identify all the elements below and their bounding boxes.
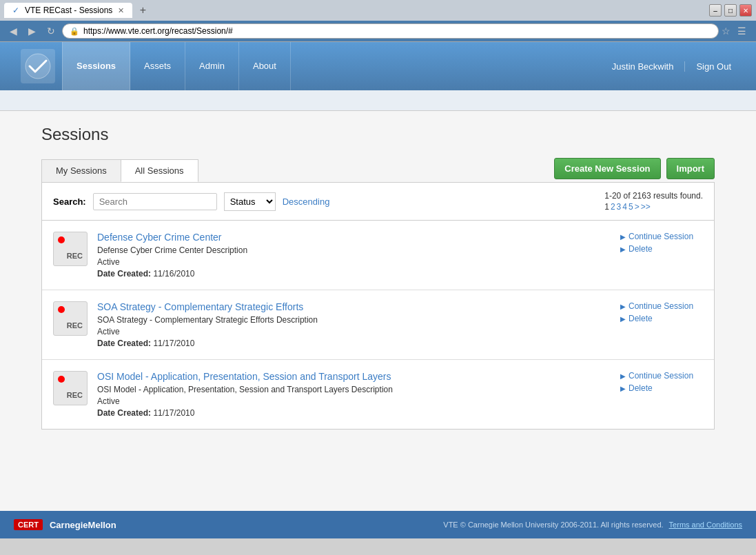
tab-close-button[interactable]: ✕ xyxy=(118,6,124,15)
rec-dot xyxy=(58,236,65,243)
search-label: Search: xyxy=(53,196,86,207)
tabs-row: My Sessions All Sessions Create New Sess… xyxy=(41,158,715,182)
page-4-link[interactable]: 4 xyxy=(622,202,627,212)
date-label-3: Date Created: xyxy=(97,408,151,418)
date-value-2: 11/17/2010 xyxy=(153,339,194,348)
menu-button[interactable]: ☰ xyxy=(733,24,750,38)
date-label-2: Date Created: xyxy=(97,339,151,348)
date-value-1: 11/16/2010 xyxy=(153,269,194,279)
page-next-link[interactable]: > xyxy=(635,202,640,212)
session-item: REC OSI Model - Application, Presentatio… xyxy=(42,360,714,429)
signout-link[interactable]: Sign Out xyxy=(685,61,742,72)
search-area: Search: Status Active Inactive Descendin… xyxy=(41,182,715,221)
address-bar[interactable]: 🔒 xyxy=(62,23,719,39)
session-item: REC Defense Cyber Crime Center Defense C… xyxy=(42,221,714,290)
sort-link[interactable]: Descending xyxy=(283,196,330,207)
rec-dot xyxy=(58,376,65,383)
minimize-button[interactable]: – xyxy=(709,4,722,17)
nav-sessions[interactable]: Sessions xyxy=(62,42,130,90)
session-info-3: OSI Model - Application, Presentation, S… xyxy=(97,371,611,418)
page-title: Sessions xyxy=(41,125,715,144)
lock-icon: 🔒 xyxy=(70,27,79,36)
logo-svg xyxy=(24,52,52,80)
session-info-1: Defense Cyber Crime Center Defense Cyber… xyxy=(97,232,611,279)
terms-link[interactable]: Terms and Conditions xyxy=(669,521,742,529)
rec-text: REC xyxy=(67,321,83,330)
pagination: 1 2 3 4 5 > >> xyxy=(604,202,703,212)
arrow-icon: ▶ xyxy=(620,315,626,323)
main-content: Sessions My Sessions All Sessions Create… xyxy=(0,111,756,511)
status-select[interactable]: Status Active Inactive xyxy=(224,192,276,211)
maximize-button[interactable]: □ xyxy=(724,4,737,17)
carnegie-text: CarnegieMellon xyxy=(50,520,116,530)
nav-assets[interactable]: Assets xyxy=(130,42,185,90)
arrow-icon: ▶ xyxy=(620,245,626,253)
session-desc-1: Defense Cyber Crime Center Description xyxy=(97,245,611,255)
continue-session-2[interactable]: ▶ Continue Session xyxy=(620,301,703,311)
import-button[interactable]: Import xyxy=(666,158,715,179)
session-title-1[interactable]: Defense Cyber Crime Center xyxy=(97,232,611,243)
footer: CERT CarnegieMellon VTE © Carnegie Mello… xyxy=(0,511,756,538)
new-tab-button[interactable]: + xyxy=(135,3,150,18)
tab-actions: Create New Session Import xyxy=(554,158,715,179)
tab-all-sessions[interactable]: All Sessions xyxy=(121,159,198,182)
session-title-2[interactable]: SOA Strategy - Complementary Strategic E… xyxy=(97,301,611,312)
date-label-1: Date Created: xyxy=(97,269,151,279)
create-session-button[interactable]: Create New Session xyxy=(554,158,660,179)
arrow-icon: ▶ xyxy=(620,233,626,241)
page-5-link[interactable]: 5 xyxy=(629,202,633,212)
session-desc-2: SOA Strategy - Complementary Strategic E… xyxy=(97,315,611,325)
session-actions-2: ▶ Continue Session ▶ Delete xyxy=(620,301,703,323)
results-info: 1-20 of 2163 results found. 1 2 3 4 5 > … xyxy=(604,191,703,212)
main-nav: Sessions Assets Admin About xyxy=(62,42,291,90)
sub-header xyxy=(0,90,756,111)
delete-session-1[interactable]: ▶ Delete xyxy=(620,244,703,254)
session-status-3: Active xyxy=(97,396,611,406)
session-desc-3: OSI Model - Application, Presentation, S… xyxy=(97,385,611,394)
rec-icon-3: REC xyxy=(53,371,88,405)
header-right: Justin Beckwith Sign Out xyxy=(601,61,742,72)
continue-session-3[interactable]: ▶ Continue Session xyxy=(620,371,703,381)
rec-text: REC xyxy=(67,252,83,260)
user-name: Justin Beckwith xyxy=(601,61,686,72)
footer-right: VTE © Carnegie Mellon University 2006-20… xyxy=(443,521,742,529)
session-status-1: Active xyxy=(97,257,611,267)
tab-my-sessions[interactable]: My Sessions xyxy=(41,159,121,182)
page-last-link[interactable]: >> xyxy=(641,202,651,212)
address-input[interactable] xyxy=(83,26,711,36)
back-button[interactable]: ◀ xyxy=(6,24,21,38)
nav-admin[interactable]: Admin xyxy=(185,42,239,90)
search-input[interactable] xyxy=(93,193,217,210)
page-3-link[interactable]: 3 xyxy=(617,202,622,212)
continue-session-1[interactable]: ▶ Continue Session xyxy=(620,232,703,241)
session-date-2: Date Created: 11/17/2010 xyxy=(97,339,611,348)
delete-session-3[interactable]: ▶ Delete xyxy=(620,383,703,393)
cert-logo: CERT xyxy=(14,519,43,530)
browser-tab[interactable]: ✓ VTE RECast - Sessions ✕ xyxy=(4,3,132,18)
sessions-list: REC Defense Cyber Crime Center Defense C… xyxy=(41,221,715,430)
delete-session-2[interactable]: ▶ Delete xyxy=(620,314,703,323)
arrow-icon: ▶ xyxy=(620,385,626,392)
page-1: 1 xyxy=(604,202,609,212)
rec-icon-2: REC xyxy=(53,301,88,336)
session-title-3[interactable]: OSI Model - Application, Presentation, S… xyxy=(97,371,611,382)
close-button[interactable]: ✕ xyxy=(739,4,752,17)
tab-favicon: ✓ xyxy=(12,6,19,15)
logo xyxy=(14,46,62,87)
bookmark-button[interactable]: ☆ xyxy=(722,26,731,37)
forward-button[interactable]: ▶ xyxy=(24,24,40,38)
session-date-3: Date Created: 11/17/2010 xyxy=(97,408,611,418)
results-count: 1-20 of 2163 results found. xyxy=(604,191,703,201)
session-date-1: Date Created: 11/16/2010 xyxy=(97,269,611,279)
nav-about[interactable]: About xyxy=(239,42,291,90)
session-status-2: Active xyxy=(97,327,611,336)
app-header: Sessions Assets Admin About Justin Beckw… xyxy=(0,42,756,90)
copyright-text: VTE © Carnegie Mellon University 2006-20… xyxy=(443,521,663,529)
arrow-icon: ▶ xyxy=(620,303,626,310)
session-tabs: My Sessions All Sessions xyxy=(41,159,198,182)
page-2-link[interactable]: 2 xyxy=(611,202,615,212)
arrow-icon: ▶ xyxy=(620,372,626,380)
date-value-3: 11/17/2010 xyxy=(153,408,194,418)
session-actions-3: ▶ Continue Session ▶ Delete xyxy=(620,371,703,393)
reload-button[interactable]: ↻ xyxy=(43,24,59,38)
